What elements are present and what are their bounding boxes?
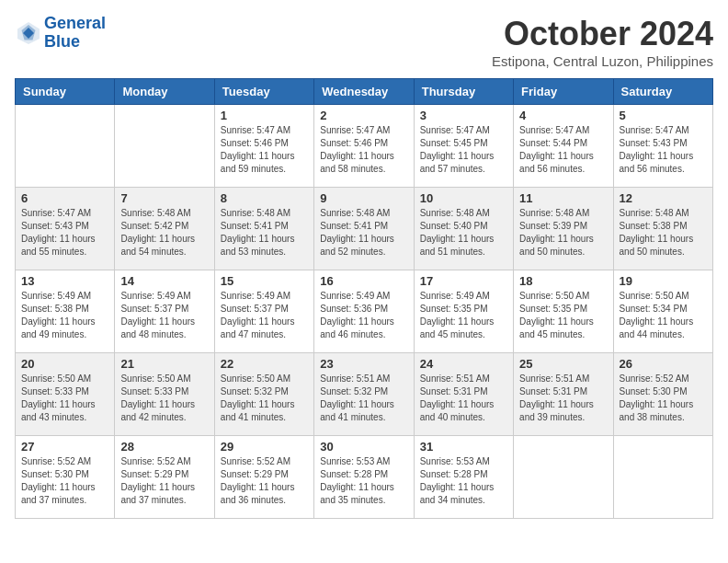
calendar-cell: 3Sunrise: 5:47 AM Sunset: 5:45 PM Daylig… [414,105,513,188]
calendar-cell [115,105,214,188]
month-title: October 2024 [492,15,713,53]
calendar-cell: 5Sunrise: 5:47 AM Sunset: 5:43 PM Daylig… [613,105,712,188]
day-info: Sunrise: 5:51 AM Sunset: 5:32 PM Dayligh… [320,373,407,424]
day-info: Sunrise: 5:50 AM Sunset: 5:32 PM Dayligh… [221,373,308,424]
day-number: 7 [120,191,208,205]
day-number: 21 [120,357,208,371]
weekday-header: Wednesday [314,79,414,105]
day-info: Sunrise: 5:47 AM Sunset: 5:43 PM Dayligh… [21,207,108,259]
day-number: 2 [320,109,407,122]
calendar-cell: 19Sunrise: 5:50 AM Sunset: 5:34 PM Dayli… [613,270,712,353]
calendar-cell: 24Sunrise: 5:51 AM Sunset: 5:31 PM Dayli… [414,353,513,436]
day-info: Sunrise: 5:48 AM Sunset: 5:42 PM Dayligh… [120,207,208,259]
calendar-cell: 20Sunrise: 5:50 AM Sunset: 5:33 PM Dayli… [16,353,115,436]
calendar-week-row: 20Sunrise: 5:50 AM Sunset: 5:33 PM Dayli… [16,353,713,436]
day-info: Sunrise: 5:50 AM Sunset: 5:33 PM Dayligh… [21,373,108,424]
day-info: Sunrise: 5:49 AM Sunset: 5:35 PM Dayligh… [420,290,507,341]
day-info: Sunrise: 5:47 AM Sunset: 5:46 PM Dayligh… [320,124,407,176]
calendar-week-row: 6Sunrise: 5:47 AM Sunset: 5:43 PM Daylig… [16,188,713,270]
calendar-cell: 16Sunrise: 5:49 AM Sunset: 5:36 PM Dayli… [314,270,414,353]
logo-text: General Blue [44,15,106,52]
calendar-cell: 9Sunrise: 5:48 AM Sunset: 5:41 PM Daylig… [314,188,414,270]
day-info: Sunrise: 5:53 AM Sunset: 5:28 PM Dayligh… [420,455,507,507]
calendar-cell: 22Sunrise: 5:50 AM Sunset: 5:32 PM Dayli… [214,353,313,436]
page-header: General Blue October 2024 Estipona, Cent… [15,15,713,69]
day-number: 9 [320,191,407,205]
weekday-header-row: SundayMondayTuesdayWednesdayThursdayFrid… [16,79,713,105]
day-number: 11 [519,191,607,205]
day-number: 19 [620,274,707,288]
day-info: Sunrise: 5:49 AM Sunset: 5:36 PM Dayligh… [320,290,407,341]
weekday-header: Tuesday [214,79,313,105]
day-number: 16 [320,274,407,288]
logo-icon [15,19,42,47]
day-number: 22 [221,357,308,371]
day-info: Sunrise: 5:53 AM Sunset: 5:28 PM Dayligh… [320,455,407,507]
day-number: 17 [420,274,507,288]
day-number: 31 [420,440,507,454]
calendar-cell: 11Sunrise: 5:48 AM Sunset: 5:39 PM Dayli… [514,188,613,270]
day-number: 12 [620,191,707,205]
calendar-cell [514,436,613,519]
calendar-cell: 25Sunrise: 5:51 AM Sunset: 5:31 PM Dayli… [514,353,613,436]
calendar-cell: 26Sunrise: 5:52 AM Sunset: 5:30 PM Dayli… [613,353,712,436]
day-number: 4 [519,109,607,122]
calendar-cell: 1Sunrise: 5:47 AM Sunset: 5:46 PM Daylig… [214,105,313,188]
day-info: Sunrise: 5:47 AM Sunset: 5:46 PM Dayligh… [221,124,308,176]
calendar-cell: 7Sunrise: 5:48 AM Sunset: 5:42 PM Daylig… [115,188,214,270]
calendar-table: SundayMondayTuesdayWednesdayThursdayFrid… [15,78,713,519]
calendar-cell: 4Sunrise: 5:47 AM Sunset: 5:44 PM Daylig… [514,105,613,188]
title-area: October 2024 Estipona, Central Luzon, Ph… [492,15,713,69]
calendar-cell: 6Sunrise: 5:47 AM Sunset: 5:43 PM Daylig… [16,188,115,270]
day-number: 14 [120,274,208,288]
day-info: Sunrise: 5:47 AM Sunset: 5:43 PM Dayligh… [620,124,707,176]
day-number: 10 [420,191,507,205]
weekday-header: Sunday [16,79,115,105]
day-number: 8 [221,191,308,205]
day-info: Sunrise: 5:48 AM Sunset: 5:41 PM Dayligh… [221,207,308,259]
calendar-cell [613,436,712,519]
day-info: Sunrise: 5:49 AM Sunset: 5:38 PM Dayligh… [21,290,108,341]
day-info: Sunrise: 5:48 AM Sunset: 5:41 PM Dayligh… [320,207,407,259]
calendar-cell: 12Sunrise: 5:48 AM Sunset: 5:38 PM Dayli… [613,188,712,270]
day-number: 27 [21,440,108,454]
weekday-header: Friday [514,79,613,105]
day-number: 26 [620,357,707,371]
day-info: Sunrise: 5:51 AM Sunset: 5:31 PM Dayligh… [519,373,607,424]
day-info: Sunrise: 5:50 AM Sunset: 5:35 PM Dayligh… [519,290,607,341]
day-number: 20 [21,357,108,371]
day-number: 18 [519,274,607,288]
day-info: Sunrise: 5:50 AM Sunset: 5:34 PM Dayligh… [620,290,707,341]
logo: General Blue [15,15,106,52]
day-number: 28 [120,440,208,454]
day-number: 6 [21,191,108,205]
calendar-cell: 31Sunrise: 5:53 AM Sunset: 5:28 PM Dayli… [414,436,513,519]
day-info: Sunrise: 5:52 AM Sunset: 5:30 PM Dayligh… [21,455,108,507]
calendar-cell: 15Sunrise: 5:49 AM Sunset: 5:37 PM Dayli… [214,270,313,353]
calendar-cell: 14Sunrise: 5:49 AM Sunset: 5:37 PM Dayli… [115,270,214,353]
calendar-cell [16,105,115,188]
day-number: 5 [620,109,707,122]
day-info: Sunrise: 5:48 AM Sunset: 5:38 PM Dayligh… [620,207,707,259]
day-info: Sunrise: 5:47 AM Sunset: 5:44 PM Dayligh… [519,124,607,176]
calendar-cell: 10Sunrise: 5:48 AM Sunset: 5:40 PM Dayli… [414,188,513,270]
day-number: 25 [519,357,607,371]
day-number: 3 [420,109,507,122]
day-number: 29 [221,440,308,454]
calendar-cell: 30Sunrise: 5:53 AM Sunset: 5:28 PM Dayli… [314,436,414,519]
day-info: Sunrise: 5:52 AM Sunset: 5:29 PM Dayligh… [120,455,208,507]
day-info: Sunrise: 5:48 AM Sunset: 5:40 PM Dayligh… [420,207,507,259]
day-number: 23 [320,357,407,371]
day-number: 13 [21,274,108,288]
day-info: Sunrise: 5:48 AM Sunset: 5:39 PM Dayligh… [519,207,607,259]
day-info: Sunrise: 5:47 AM Sunset: 5:45 PM Dayligh… [420,124,507,176]
weekday-header: Monday [115,79,214,105]
day-number: 15 [221,274,308,288]
weekday-header: Thursday [414,79,513,105]
calendar-cell: 13Sunrise: 5:49 AM Sunset: 5:38 PM Dayli… [16,270,115,353]
calendar-cell: 29Sunrise: 5:52 AM Sunset: 5:29 PM Dayli… [214,436,313,519]
calendar-week-row: 27Sunrise: 5:52 AM Sunset: 5:30 PM Dayli… [16,436,713,519]
calendar-cell: 28Sunrise: 5:52 AM Sunset: 5:29 PM Dayli… [115,436,214,519]
calendar-cell: 8Sunrise: 5:48 AM Sunset: 5:41 PM Daylig… [214,188,313,270]
day-info: Sunrise: 5:52 AM Sunset: 5:29 PM Dayligh… [221,455,308,507]
